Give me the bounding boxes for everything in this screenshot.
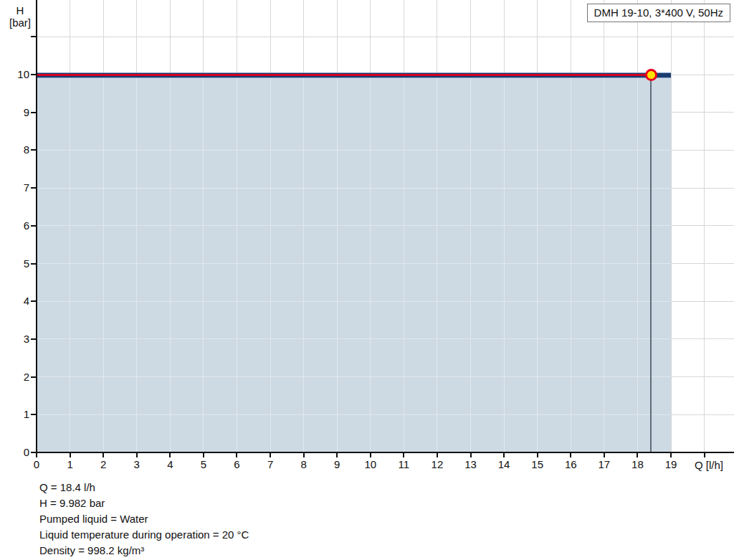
duty-info-line: H = 9.982 bar [39, 495, 249, 511]
x-axis-line [36, 452, 734, 453]
gridline-vertical-on-fill [337, 75, 338, 452]
x-axis-tick [203, 453, 204, 457]
pump-performance-chart: 0123456789101112131415161718190123456789… [0, 0, 734, 560]
x-axis-tick [403, 453, 404, 457]
x-axis-tick [70, 453, 71, 457]
y-tick-label: 10 [6, 68, 29, 80]
duty-point-info-block: Q = 18.4 l/hH = 9.982 barPumped liquid =… [39, 480, 249, 559]
y-tick-label: 0 [6, 446, 29, 458]
duty-point-marker [645, 69, 657, 81]
duty-info-line: Q = 18.4 l/h [39, 480, 249, 495]
x-axis-tick [470, 453, 472, 457]
y-axis-title: H [bar] [3, 4, 37, 29]
x-tick-label: 12 [426, 458, 448, 470]
gridline-vertical-on-fill [136, 75, 137, 452]
gridline-horizontal-on-fill [37, 338, 671, 339]
x-tick-label: 3 [126, 458, 148, 470]
x-axis-title: Q [l/h] [687, 459, 731, 471]
x-tick-label: 6 [226, 458, 247, 470]
x-axis-tick [370, 453, 371, 457]
x-axis-tick [604, 453, 605, 457]
x-tick-label: 1 [59, 458, 81, 470]
x-axis-tick [336, 453, 338, 457]
gridline-vertical-on-fill [370, 75, 371, 452]
x-tick-label: 0 [26, 458, 47, 470]
gridline-vertical-on-fill [504, 75, 505, 452]
gridline-horizontal-on-fill [37, 150, 671, 151]
y-axis-line [36, 0, 37, 453]
x-tick-label: 11 [393, 458, 414, 470]
y-axis-title-symbol: H [3, 4, 37, 16]
x-axis-tick [236, 453, 237, 457]
y-tick-label: 5 [6, 257, 29, 270]
x-tick-label: 10 [360, 458, 381, 470]
gridline-horizontal-on-fill [37, 263, 671, 264]
legend-box: DMH 19-10, 3*400 V, 50Hz [587, 4, 730, 22]
x-tick-label: 2 [92, 458, 114, 470]
x-axis-tick [169, 453, 171, 457]
y-tick-label: 3 [6, 333, 29, 345]
gridline-horizontal-on-fill [37, 301, 671, 302]
y-tick-label: 9 [6, 106, 29, 118]
x-tick-label: 9 [326, 458, 348, 470]
gridline-horizontal [37, 37, 734, 37]
duty-point-dropline [650, 75, 652, 452]
gridline-vertical-on-fill [103, 75, 104, 452]
x-axis-tick [503, 453, 505, 457]
gridline-vertical-on-fill [203, 75, 204, 452]
duty-info-line: Pumped liquid = Water [39, 511, 249, 527]
duty-info-line: Density = 998.2 kg/m³ [39, 543, 249, 559]
gridline-horizontal-on-fill [37, 376, 671, 377]
x-tick-label: 8 [293, 458, 315, 470]
x-tick-label: 4 [159, 458, 181, 470]
gridline-vertical-on-fill [571, 75, 571, 452]
x-tick-label: 19 [660, 458, 682, 470]
x-axis-tick [103, 453, 104, 457]
duty-info-line: Liquid temperature during operation = 20… [39, 527, 249, 543]
x-axis-tick [637, 453, 638, 457]
gridline-vertical-on-fill [303, 75, 304, 452]
y-tick-label: 2 [6, 371, 29, 383]
y-tick-label: 1 [6, 408, 29, 420]
y-tick-label: 8 [6, 143, 29, 156]
x-axis-tick [303, 453, 305, 457]
selected-flow-line [37, 74, 651, 76]
gridline-horizontal-on-fill [37, 414, 671, 415]
x-tick-label: 17 [594, 458, 615, 470]
gridline-vertical-on-fill [70, 75, 70, 452]
x-axis-tick [537, 453, 538, 457]
curve-fill-area [37, 75, 671, 452]
x-tick-label: 14 [493, 458, 515, 470]
x-axis-tick [136, 453, 138, 457]
x-tick-label: 15 [527, 458, 548, 470]
x-tick-label: 18 [626, 458, 648, 470]
gridline-vertical-on-fill [470, 75, 471, 452]
y-tick-label: 7 [6, 181, 29, 194]
x-axis-tick [670, 453, 672, 457]
gridline-vertical-on-fill [237, 75, 237, 452]
x-tick-label: 13 [460, 458, 482, 470]
gridline-vertical [704, 0, 705, 452]
gridline-vertical-on-fill [637, 75, 638, 452]
x-axis-tick [704, 453, 705, 457]
gridline-vertical-on-fill [170, 75, 171, 452]
x-tick-label: 7 [259, 458, 281, 470]
gridline-vertical-on-fill [437, 75, 437, 452]
y-axis-title-unit: [bar] [3, 16, 37, 29]
gridline-horizontal-on-fill [37, 225, 671, 226]
y-tick-label: 6 [6, 219, 29, 232]
legend-label: DMH 19-10, 3*400 V, 50Hz [594, 6, 723, 19]
gridline-vertical-on-fill [604, 75, 604, 452]
gridline-vertical-on-fill [537, 75, 538, 452]
gridline-vertical-on-fill [404, 75, 404, 452]
gridline-horizontal-on-fill [37, 188, 671, 189]
x-tick-label: 16 [560, 458, 581, 470]
x-axis-tick [36, 453, 37, 457]
x-axis-tick [437, 453, 438, 457]
y-tick-label: 4 [6, 295, 29, 307]
x-axis-tick [270, 453, 271, 457]
x-axis-tick [570, 453, 571, 457]
gridline-vertical-on-fill [270, 75, 271, 452]
x-tick-label: 5 [193, 458, 214, 470]
